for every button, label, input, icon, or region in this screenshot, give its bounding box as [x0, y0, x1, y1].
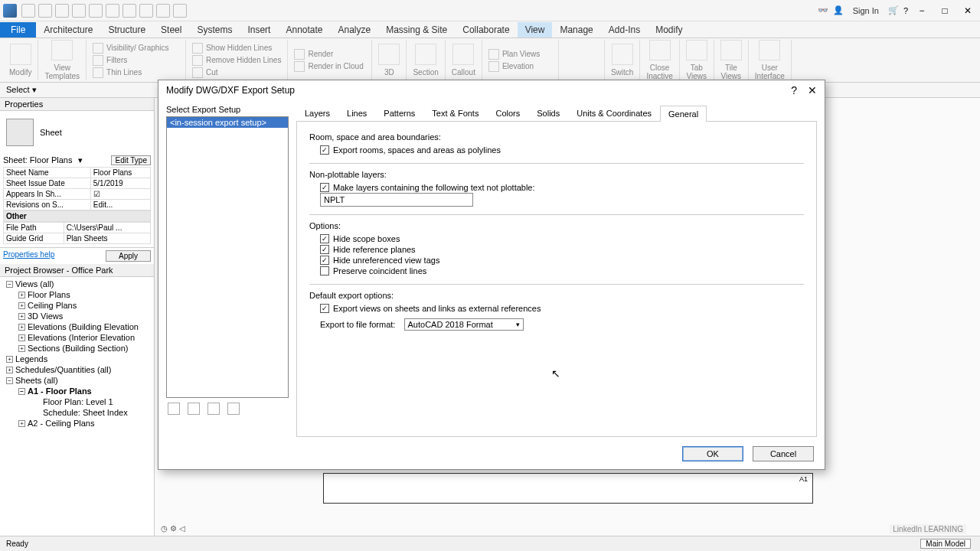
tree-item[interactable]: −A1 - Floor Plans	[3, 386, 151, 396]
close-button[interactable]: ✕	[959, 4, 977, 18]
qat-icon[interactable]	[55, 4, 69, 18]
expand-icon[interactable]: +	[18, 334, 25, 341]
tab-text-fonts[interactable]: Text & Fonts	[423, 105, 487, 121]
ok-button[interactable]: OK	[682, 446, 743, 461]
tab-solids[interactable]: Solids	[528, 105, 568, 121]
tab-layers[interactable]: Layers	[296, 105, 338, 121]
expand-icon[interactable]: −	[6, 377, 13, 384]
qat-icon[interactable]	[156, 4, 170, 18]
properties-help-link[interactable]: Properties help	[3, 250, 54, 262]
tree-item[interactable]: +Elevations (Building Elevation	[3, 321, 151, 332]
menu-annotate[interactable]: Annotate	[278, 22, 330, 37]
prop-value[interactable]: Edit...	[90, 200, 150, 210]
chk-external-refs[interactable]	[320, 304, 329, 313]
prop-value[interactable]: Floor Plans	[90, 168, 150, 178]
menu-collaborate[interactable]: Collaborate	[455, 22, 517, 37]
cart-icon[interactable]: 🛒	[888, 5, 899, 15]
tree-item[interactable]: Floor Plan: Level 1	[3, 396, 151, 407]
menu-systems[interactable]: Systems	[189, 22, 240, 37]
tab-patterns[interactable]: Patterns	[375, 105, 423, 121]
select-dropdown[interactable]: Select ▾	[6, 85, 37, 95]
chk-hide-ref[interactable]	[320, 245, 329, 254]
format-combo[interactable]: AutoCAD 2018 Format ▾	[404, 318, 524, 331]
remove-hidden-icon[interactable]	[192, 55, 203, 66]
tree-item[interactable]: +3D Views	[3, 311, 151, 321]
menu-modify[interactable]: Modify	[648, 22, 690, 37]
show-hidden-icon[interactable]	[192, 43, 203, 54]
chk-preserve[interactable]	[320, 266, 329, 276]
menu-architecture[interactable]: Architecture	[36, 22, 100, 37]
render-cloud-icon[interactable]	[294, 61, 305, 72]
qat-icon[interactable]	[72, 4, 86, 18]
sheet-type-label[interactable]: Sheet	[40, 128, 62, 137]
prop-value[interactable]: Plan Sheets	[64, 233, 150, 244]
menu-structure[interactable]: Structure	[100, 22, 153, 37]
expand-icon[interactable]: +	[18, 302, 25, 309]
setup-list[interactable]: <in-session export setup>	[166, 116, 289, 398]
cut-icon[interactable]	[192, 67, 203, 78]
expand-icon[interactable]: +	[18, 420, 25, 427]
apply-button[interactable]: Apply	[106, 250, 151, 262]
expand-icon[interactable]: +	[6, 356, 13, 363]
view-templates-icon[interactable]	[51, 40, 73, 60]
menu-analyze[interactable]: Analyze	[331, 22, 379, 37]
file-menu[interactable]: File	[0, 22, 36, 37]
tree-item[interactable]: Schedule: Sheet Index	[3, 407, 151, 418]
tab-units-coordinates[interactable]: Units & Coordinates	[568, 105, 660, 121]
minimize-button[interactable]: −	[913, 4, 931, 18]
close-inactive-icon[interactable]	[649, 40, 671, 60]
tree-item[interactable]: +Ceiling Plans	[3, 300, 151, 311]
modify-icon[interactable]	[10, 44, 31, 65]
rename-setup-icon[interactable]	[207, 403, 220, 415]
workset-selector[interactable]: Main Model	[920, 539, 971, 549]
chk-hide-tags[interactable]	[320, 256, 329, 265]
plan-views-icon[interactable]	[488, 49, 499, 60]
tree-item[interactable]: +Elevations (Interior Elevation	[3, 332, 151, 343]
nonplot-text-input[interactable]	[320, 193, 473, 207]
binoculars-icon[interactable]: 👓	[818, 5, 828, 15]
maximize-button[interactable]: □	[936, 4, 954, 18]
tab-views-icon[interactable]	[686, 40, 707, 60]
type-selector[interactable]: Sheet: Floor Plans	[3, 155, 73, 165]
qat-icon[interactable]	[106, 4, 119, 18]
tab-colors[interactable]: Colors	[487, 105, 528, 121]
cancel-button[interactable]: Cancel	[753, 446, 814, 461]
switch-icon[interactable]	[612, 44, 633, 65]
prop-value[interactable]: C:\Users\Paul ...	[64, 223, 150, 233]
qat-icon[interactable]	[89, 4, 103, 18]
duplicate-setup-icon[interactable]	[188, 403, 200, 415]
menu-steel[interactable]: Steel	[153, 22, 189, 37]
tree-item[interactable]: +A2 - Ceiling Plans	[3, 418, 151, 429]
menu-manage[interactable]: Manage	[552, 22, 600, 37]
dialog-help-icon[interactable]: ?	[791, 84, 797, 96]
render-icon[interactable]	[294, 49, 305, 60]
section-icon[interactable]	[415, 44, 436, 65]
thin-lines-icon[interactable]	[93, 67, 103, 78]
3d-icon[interactable]	[378, 44, 400, 65]
tree-item[interactable]: +Schedules/Quantities (all)	[3, 364, 151, 375]
prop-value[interactable]: 5/1/2019	[90, 178, 150, 189]
sign-in-link[interactable]: Sign In	[848, 6, 884, 15]
chk-hide-scope[interactable]	[320, 234, 329, 243]
qat-icon[interactable]	[122, 4, 136, 18]
user-icon[interactable]: 👤	[833, 5, 844, 15]
menu-view[interactable]: View	[518, 22, 553, 37]
tree-item[interactable]: −Views (all)	[3, 279, 151, 289]
expand-icon[interactable]: +	[18, 345, 25, 352]
expand-icon[interactable]: +	[6, 367, 13, 373]
tab-general[interactable]: General	[660, 106, 707, 122]
menu-add-ins[interactable]: Add-Ins	[601, 22, 648, 37]
visibility-icon[interactable]	[93, 43, 103, 54]
expand-icon[interactable]: −	[6, 281, 13, 288]
expand-icon[interactable]: +	[18, 292, 25, 298]
edit-type-button[interactable]: Edit Type	[111, 155, 151, 165]
filters-icon[interactable]	[93, 55, 103, 66]
menu-massing-site[interactable]: Massing & Site	[378, 22, 455, 37]
chk-nonplot[interactable]	[320, 183, 329, 192]
help-icon[interactable]: ?	[903, 6, 908, 15]
setup-list-selected[interactable]: <in-session export setup>	[167, 117, 288, 128]
expand-icon[interactable]: +	[18, 324, 25, 331]
view-control-bar[interactable]: ◷ ⚙ ◁	[161, 524, 185, 533]
tile-views-icon[interactable]	[720, 40, 742, 60]
expand-icon[interactable]: +	[18, 313, 25, 320]
